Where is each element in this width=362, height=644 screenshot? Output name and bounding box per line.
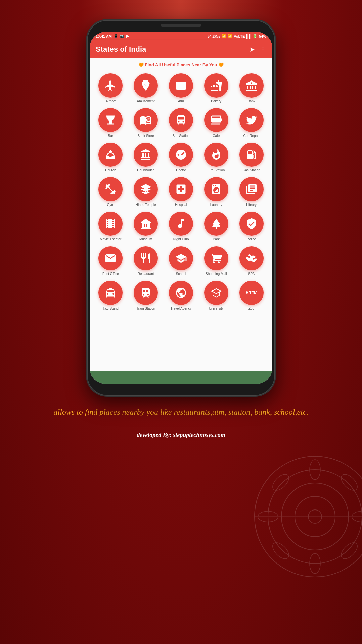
amusement-icon-circle xyxy=(134,73,158,98)
police-icon-circle xyxy=(239,212,264,236)
school-icon-circle xyxy=(169,246,193,270)
place-item-busstation[interactable]: Bus Station xyxy=(164,107,198,139)
place-item-firestation[interactable]: Fire Station xyxy=(199,141,233,174)
park-icon-circle xyxy=(204,212,228,236)
svg-line-13 xyxy=(266,468,362,566)
tagline-text: allows to find places nearby you like re… xyxy=(53,406,308,418)
svg-rect-2 xyxy=(177,83,185,84)
svg-point-17 xyxy=(258,511,278,522)
time-display: 10:41 AM xyxy=(96,34,112,38)
bookstore-icon-circle xyxy=(134,108,158,132)
wifi-icon: 📶 xyxy=(222,34,226,38)
zoo-label: Zoo xyxy=(248,307,254,311)
place-item-travelagency[interactable]: Travel Agency xyxy=(164,279,198,312)
place-item-movietheater[interactable]: Movie Theater xyxy=(94,210,128,243)
place-item-restaurant[interactable]: Restaurant xyxy=(129,245,163,277)
bookstore-label: Book Store xyxy=(137,134,154,138)
place-item-bakery[interactable]: Bakery xyxy=(199,72,233,105)
trainstation-label: Train Station xyxy=(136,307,155,311)
place-item-museum[interactable]: Museum xyxy=(129,210,163,243)
signal-icon: 📶 xyxy=(228,34,232,38)
shoppingmall-icon-circle xyxy=(204,246,228,270)
status-left: 10:41 AM 📱 📷 ▶ xyxy=(96,34,129,38)
firestation-icon-circle xyxy=(204,143,228,167)
library-label: Library xyxy=(246,203,257,207)
park-label: Park xyxy=(213,237,220,241)
gasstation-icon-circle xyxy=(239,143,264,167)
below-phone-section: allows to find places nearby you like re… xyxy=(27,406,335,439)
whatsapp-icon: 📱 xyxy=(114,34,118,38)
phone-screen: 10:41 AM 📱 📷 ▶ 54.2K/s 📶 📶 VoLTE ▌▌ 🔋 54… xyxy=(90,32,272,384)
svg-point-19 xyxy=(270,471,291,493)
hospital-label: Hospital xyxy=(175,203,187,207)
place-item-bookstore[interactable]: Book Store xyxy=(129,107,163,139)
divider xyxy=(80,425,282,425)
place-item-spa[interactable]: SPA xyxy=(234,245,268,277)
svg-point-6 xyxy=(255,456,362,577)
place-item-atm[interactable]: ATM Atm xyxy=(164,72,198,105)
place-item-laundry[interactable]: Laundry xyxy=(199,176,233,208)
place-item-police[interactable]: Police xyxy=(234,210,268,243)
place-item-postoffice[interactable]: Post Office xyxy=(94,245,128,277)
place-item-university[interactable]: University xyxy=(199,279,233,312)
developer-text: developed By: stepuptechnosys.com xyxy=(53,432,308,439)
svg-point-4 xyxy=(251,82,252,84)
restaurant-icon-circle xyxy=(134,246,158,270)
firestation-label: Fire Station xyxy=(208,168,225,172)
status-bar: 10:41 AM 📱 📷 ▶ 54.2K/s 📶 📶 VoLTE ▌▌ 🔋 54… xyxy=(90,32,272,40)
location-icon[interactable]: ➤ xyxy=(249,45,255,53)
svg-point-9 xyxy=(295,496,335,537)
courthouse-label: Courthouse xyxy=(137,168,154,172)
school-label: School xyxy=(176,272,186,276)
laundry-icon-circle xyxy=(204,177,228,201)
gasstation-label: Gas Station xyxy=(242,168,260,172)
place-item-trainstation[interactable]: Train Station xyxy=(129,279,163,312)
svg-point-8 xyxy=(281,483,349,550)
svg-point-16 xyxy=(310,553,320,574)
svg-text:ATM: ATM xyxy=(178,86,184,89)
place-item-airport[interactable]: Airport xyxy=(94,72,128,105)
courthouse-icon-circle xyxy=(134,143,158,167)
postoffice-icon-circle xyxy=(98,246,123,270)
app-bar-actions: ➤ ⋮ xyxy=(249,45,266,53)
museum-label: Museum xyxy=(139,237,152,241)
place-item-gasstation[interactable]: Gas Station xyxy=(234,141,268,174)
place-item-doctor[interactable]: Doctor xyxy=(164,141,198,174)
status-right: 54.2K/s 📶 📶 VoLTE ▌▌ 🔋 54% xyxy=(208,34,266,38)
place-item-shoppingmall[interactable]: Shopping Mall xyxy=(199,245,233,277)
place-item-nightclub[interactable]: Night Club xyxy=(164,210,198,243)
hindutemple-label: Hindu Temple xyxy=(136,203,156,207)
app-bar: States of India ➤ ⋮ xyxy=(90,40,272,58)
museum-icon-circle xyxy=(134,212,158,236)
place-item-courthouse[interactable]: Courthouse xyxy=(129,141,163,174)
place-item-library[interactable]: Library xyxy=(234,176,268,208)
place-item-taxistand[interactable]: Taxi Stand xyxy=(94,279,128,312)
place-item-bank[interactable]: Bank xyxy=(234,72,268,105)
place-item-church[interactable]: Church xyxy=(94,141,128,174)
trainstation-icon-circle xyxy=(134,281,158,305)
shoppingmall-label: Shopping Mall xyxy=(206,272,227,276)
place-item-school[interactable]: School xyxy=(164,245,198,277)
bar-icon-circle xyxy=(98,108,123,132)
atm-label: Atm xyxy=(178,99,184,103)
content-area[interactable]: 🧡 Find All Useful Places Near By You 🧡 A… xyxy=(90,58,272,371)
place-item-amusement[interactable]: Amusement xyxy=(129,72,163,105)
place-item-hindutemple[interactable]: Hindu Temple xyxy=(129,176,163,208)
carrepair-icon-circle xyxy=(239,108,264,132)
place-item-zoo[interactable]: Zoo xyxy=(234,279,268,312)
place-item-hospital[interactable]: Hospital xyxy=(164,176,198,208)
svg-point-10 xyxy=(308,510,322,523)
svg-point-5 xyxy=(179,151,182,154)
place-item-bar[interactable]: Bar xyxy=(94,107,128,139)
volte-display: VoLTE xyxy=(234,34,245,38)
place-item-carrepair[interactable]: Car Repair xyxy=(234,107,268,139)
police-label: Police xyxy=(247,237,256,241)
amusement-label: Amusement xyxy=(137,99,155,103)
more-options-icon[interactable]: ⋮ xyxy=(260,45,266,53)
bank-icon-circle xyxy=(239,73,264,98)
hospital-icon-circle xyxy=(169,177,193,201)
nightclub-label: Night Club xyxy=(173,237,189,241)
place-item-cafe[interactable]: Cafe xyxy=(199,107,233,139)
place-item-park[interactable]: Park xyxy=(199,210,233,243)
place-item-gym[interactable]: Gym xyxy=(94,176,128,208)
